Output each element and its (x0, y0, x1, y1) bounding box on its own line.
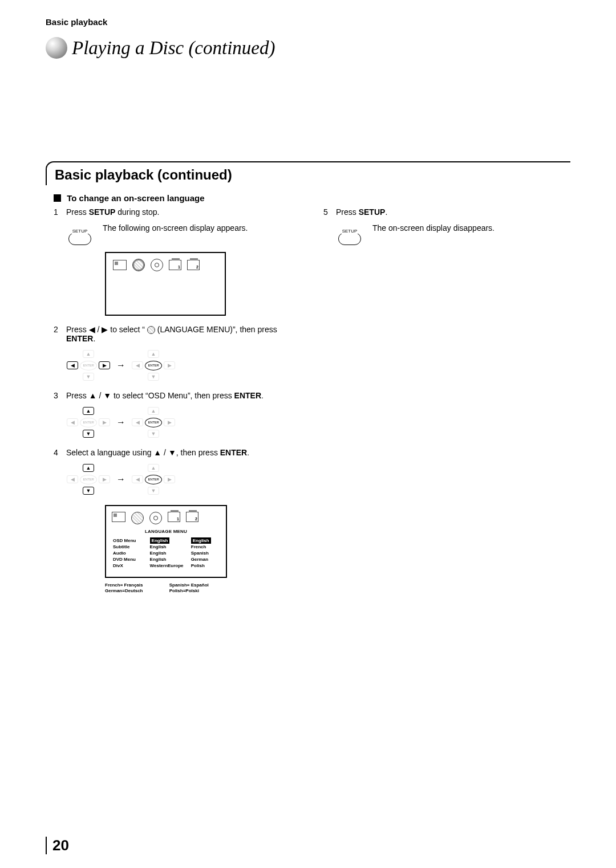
up-arrow-icon: ▲ (89, 391, 97, 400)
osd-preview-box: 1 2 (105, 252, 226, 316)
setup-caption-2: The on-screen display disappears. (372, 223, 495, 233)
disc-icon (149, 512, 162, 524)
up-arrow-icon: ▲ (153, 448, 161, 457)
up-arrow-button: ▲ (148, 350, 159, 358)
language-globe-icon (147, 326, 155, 334)
right-arrow-button: ▶ (99, 475, 110, 483)
down-arrow-button: ▼ (83, 430, 94, 438)
enter-button: ENTER (145, 418, 162, 427)
left-column: 1 Press SETUP during stop. SETUP The fol… (54, 207, 301, 593)
bullet-square-icon (54, 194, 61, 202)
down-arrow-icon: ▼ (103, 391, 111, 400)
left-arrow-button: ◀ (67, 361, 78, 369)
sequence-arrow-icon: → (116, 417, 125, 427)
down-arrow-icon: ▼ (168, 448, 176, 457)
setup-button-label: SETUP (71, 229, 89, 234)
sequence-arrow-icon: → (116, 360, 125, 370)
right-arrow-button: ▶ (164, 361, 175, 369)
language-globe-icon (132, 259, 145, 271)
up-arrow-button: ▲ (83, 350, 94, 358)
step-3: 3 Press ▲ / ▼ to select “OSD Menu”, then… (54, 391, 301, 400)
left-arrow-button: ◀ (132, 361, 143, 369)
step-4: 4 Select a language using ▲ / ▼, then pr… (54, 448, 301, 457)
left-arrow-icon: ◀ (89, 325, 95, 334)
up-arrow-button: ▲ (148, 464, 159, 472)
setup-button-label: SETUP (341, 229, 359, 234)
up-arrow-button: ▲ (83, 464, 94, 472)
enter-button: ENTER (145, 361, 162, 370)
language-menu-title: LANGUAGE MENU (112, 529, 220, 534)
page-title: Playing a Disc (continued) (72, 38, 275, 59)
picture-icon (113, 260, 127, 270)
left-arrow-button: ◀ (67, 418, 78, 426)
setup-remote-button: SETUP (336, 223, 363, 245)
language-globe-icon (131, 512, 144, 524)
right-arrow-icon: ▶ (102, 325, 108, 334)
language-menu-table: OSD MenuEnglishEnglish SubtitleEnglishFr… (112, 537, 220, 569)
down-arrow-button: ▼ (148, 487, 159, 495)
disc-icon (151, 259, 163, 271)
language-notes: French= Français Spanish= Español German… (105, 582, 227, 593)
left-arrow-button: ◀ (132, 475, 143, 483)
left-arrow-button: ◀ (67, 475, 78, 483)
enter-button: ENTER (80, 475, 97, 484)
setup-2-icon: 2 (186, 512, 198, 522)
down-arrow-button: ▼ (148, 373, 159, 381)
down-arrow-button: ▼ (83, 373, 94, 381)
table-row: DVD MenuEnglishGerman (112, 556, 220, 563)
sphere-ornament (46, 37, 67, 59)
setup-caption: The following on-screen display appears. (103, 223, 248, 233)
setup-1-icon: 1 (168, 512, 180, 522)
right-arrow-button: ▶ (99, 418, 110, 426)
language-menu-panel: 1 2 LANGUAGE MENU OSD MenuEnglishEnglish… (105, 505, 227, 578)
right-column: 5 Press SETUP. SETUP The on-screen displ… (323, 207, 570, 593)
running-header: Basic playback (46, 17, 570, 27)
enter-button: ENTER (80, 361, 97, 370)
enter-button: ENTER (80, 418, 97, 427)
step-2: 2 Press ◀ / ▶ to select “ (LANGUAGE MENU… (54, 325, 301, 343)
table-row: SubtitleEnglishFrench (112, 544, 220, 550)
up-arrow-button: ▲ (148, 407, 159, 415)
enter-button: ENTER (145, 475, 162, 484)
table-row: OSD MenuEnglishEnglish (112, 537, 220, 544)
sub-heading: To change an on-screen language (54, 193, 570, 203)
right-arrow-button: ▶ (99, 361, 110, 369)
section-title-bar: Basic playback (continued) (46, 161, 570, 185)
down-arrow-button: ▼ (83, 487, 94, 495)
dpad-up-down-enter: ▲ ◀ ENTER ▶ ▼ → ▲ ◀ ENTER ▶ ▼ (66, 406, 301, 439)
setup-2-icon: 2 (187, 260, 200, 270)
dpad-up-down-enter-2: ▲ ◀ ENTER ▶ ▼ → ▲ ◀ ENTER ▶ ▼ (66, 463, 301, 496)
setup-remote-button: SETUP (66, 223, 94, 245)
dpad-left-right-enter: ▲ ◀ ENTER ▶ ▼ → ▲ ◀ ENTER ▶ ▼ (66, 349, 301, 382)
section-title: Basic playback (continued) (55, 167, 232, 183)
right-arrow-button: ▶ (164, 475, 175, 483)
table-row: DivXWesternEuropePolish (112, 563, 220, 569)
step-5: 5 Press SETUP. (323, 207, 570, 217)
right-arrow-button: ▶ (164, 418, 175, 426)
left-arrow-button: ◀ (132, 418, 143, 426)
page-number: 20 (46, 837, 69, 854)
step-1: 1 Press SETUP during stop. (54, 207, 301, 217)
table-row: AudioEnglishSpanish (112, 550, 220, 556)
picture-icon (112, 512, 125, 522)
up-arrow-button: ▲ (83, 407, 94, 415)
setup-1-icon: 1 (169, 260, 181, 270)
sequence-arrow-icon: → (116, 474, 125, 484)
down-arrow-button: ▼ (148, 430, 159, 438)
